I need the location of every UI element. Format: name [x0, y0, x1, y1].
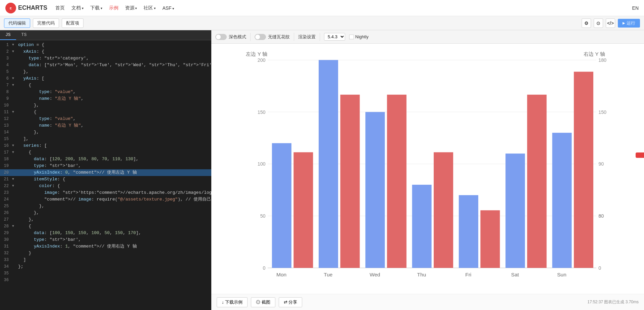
nav-examples[interactable]: 示例: [109, 4, 118, 12]
nav-resources[interactable]: 资源: [125, 4, 137, 12]
line-arrow[interactable]: ▼: [12, 142, 17, 149]
code-icon-btn[interactable]: </>: [606, 18, 615, 28]
code-tab-ts[interactable]: TS: [16, 30, 32, 40]
code-line-31[interactable]: 31 yAxisIndex: 1, "comment">// 使用右边 Y 轴: [0, 243, 211, 250]
line-arrow[interactable]: ▼: [12, 223, 17, 230]
screenshot-btn[interactable]: ◎ 截图: [251, 297, 275, 307]
code-line-27[interactable]: 27 },: [0, 216, 211, 223]
nav-home[interactable]: 首页: [55, 4, 65, 12]
code-line-20[interactable]: 20 yAxisIndex: 0, "comment">// 使用左边 Y 轴: [0, 169, 211, 176]
code-line-16[interactable]: 16▼ series: [: [0, 142, 211, 149]
code-line-25[interactable]: 25 },: [0, 203, 211, 210]
code-line-10[interactable]: 10 },: [0, 102, 211, 109]
line-arrow[interactable]: [12, 203, 17, 210]
code-area[interactable]: 1▼option = {2▼ xAxis: {3 type: "str">'ca…: [0, 40, 211, 285]
code-line-35[interactable]: 35: [0, 270, 211, 277]
line-arrow[interactable]: [12, 102, 17, 109]
line-arrow[interactable]: ▼: [12, 183, 17, 189]
line-arrow[interactable]: [12, 169, 17, 176]
code-line-4[interactable]: 4 data: ["str">'Mon', "str">'Tue', "str"…: [0, 62, 211, 69]
line-arrow[interactable]: [12, 277, 17, 283]
code-line-24[interactable]: 24 "comment">// image: require("@/assets…: [0, 196, 211, 203]
code-line-32[interactable]: 32 }: [0, 250, 211, 257]
nav-docs[interactable]: 文档: [71, 4, 84, 12]
line-arrow[interactable]: [12, 250, 17, 257]
nav-lang[interactable]: EN: [632, 5, 639, 11]
code-line-13[interactable]: 13 name: "右边 Y 轴",: [0, 122, 211, 129]
code-line-1[interactable]: 1▼option = {: [0, 42, 211, 48]
line-arrow[interactable]: [12, 69, 17, 75]
line-arrow[interactable]: [12, 270, 17, 277]
code-line-7[interactable]: 7▼ {: [0, 82, 211, 89]
logo[interactable]: E ECHARTS: [5, 3, 47, 13]
line-arrow[interactable]: [12, 216, 17, 223]
line-arrow[interactable]: [12, 89, 17, 95]
line-arrow[interactable]: [12, 136, 17, 142]
line-arrow[interactable]: ▼: [12, 109, 17, 116]
code-line-30[interactable]: 30 type: "str">'bar',: [0, 236, 211, 243]
code-line-15[interactable]: 15 ],: [0, 136, 211, 142]
code-line-12[interactable]: 12 type: "value",: [0, 116, 211, 122]
line-arrow[interactable]: [12, 196, 17, 203]
code-line-22[interactable]: 22▼ color: {: [0, 183, 211, 189]
code-line-18[interactable]: 18 data: [120, 200, 150, 80, 70, 110, 13…: [0, 156, 211, 163]
line-arrow[interactable]: [12, 230, 17, 236]
code-line-14[interactable]: 14 },: [0, 129, 211, 136]
line-arrow[interactable]: [12, 129, 17, 136]
download-example-btn[interactable]: ↓ 下载示例: [217, 297, 248, 307]
nav-community[interactable]: 社区: [144, 4, 156, 12]
settings-icon-btn[interactable]: ⚙: [582, 18, 591, 28]
line-arrow[interactable]: [12, 236, 17, 243]
code-line-26[interactable]: 26 },: [0, 210, 211, 216]
line-arrow[interactable]: [12, 163, 17, 169]
line-arrow[interactable]: [12, 156, 17, 163]
code-line-34[interactable]: 34 };: [0, 263, 211, 270]
line-arrow[interactable]: [12, 122, 17, 129]
line-arrow[interactable]: [12, 243, 17, 250]
line-arrow[interactable]: ▼: [12, 48, 17, 55]
line-arrow[interactable]: [12, 189, 17, 196]
share-icon-btn[interactable]: ⊙: [594, 18, 603, 28]
code-line-9[interactable]: 9 name: "左边 Y 轴",: [0, 95, 211, 102]
code-line-5[interactable]: 5 },: [0, 69, 211, 75]
line-arrow[interactable]: ▼: [12, 42, 17, 48]
code-line-2[interactable]: 2▼ xAxis: {: [0, 48, 211, 55]
render-settings-label[interactable]: 渲染设置: [298, 34, 316, 40]
line-arrow[interactable]: [12, 210, 17, 216]
line-arrow[interactable]: [12, 62, 17, 69]
code-line-3[interactable]: 3 type: "str">'category',: [0, 55, 211, 62]
code-line-11[interactable]: 11▼ {: [0, 109, 211, 116]
tab-full-code[interactable]: 完整代码: [33, 18, 59, 28]
line-arrow[interactable]: [12, 95, 17, 102]
nav-asf[interactable]: ASF: [162, 4, 174, 12]
code-line-28[interactable]: 28▼ {: [0, 223, 211, 230]
code-line-21[interactable]: 21▼ itemStyle: {: [0, 176, 211, 183]
line-arrow[interactable]: [12, 116, 17, 122]
nightly-checkbox[interactable]: [349, 35, 354, 39]
code-line-33[interactable]: 33 ]: [0, 257, 211, 263]
tab-config[interactable]: 配置项: [62, 18, 84, 28]
code-line-19[interactable]: 19 type: "str">'bar',: [0, 163, 211, 169]
code-line-23[interactable]: 23 image: "str">'https:"comment">//echar…: [0, 189, 211, 196]
code-line-6[interactable]: 6▼ yAxis: [: [0, 75, 211, 82]
version-select[interactable]: 5.4.3 5.4.2 5.3.0: [324, 33, 345, 41]
share-btn[interactable]: ⇄ 分享: [279, 297, 303, 307]
line-arrow[interactable]: [12, 263, 17, 270]
nav-download[interactable]: 下载: [90, 4, 102, 12]
feedback-button[interactable]: 反馈: [636, 152, 644, 158]
code-tab-js[interactable]: JS: [0, 30, 16, 40]
line-arrow[interactable]: [12, 257, 17, 263]
code-line-8[interactable]: 8 type: "value",: [0, 89, 211, 95]
no-texture-toggle[interactable]: [255, 34, 266, 40]
line-arrow[interactable]: ▼: [12, 149, 17, 156]
code-line-36[interactable]: 36: [0, 277, 211, 283]
run-button[interactable]: 运行: [618, 19, 640, 28]
code-line-29[interactable]: 29 data: [100, 150, 150, 100, 50, 150, 1…: [0, 230, 211, 236]
dark-mode-toggle[interactable]: [215, 34, 227, 40]
line-arrow[interactable]: ▼: [12, 82, 17, 89]
line-arrow[interactable]: [12, 55, 17, 62]
tab-code-edit[interactable]: 代码编辑: [4, 18, 30, 28]
code-line-17[interactable]: 17▼ {: [0, 149, 211, 156]
line-arrow[interactable]: ▼: [12, 75, 17, 82]
line-arrow[interactable]: ▼: [12, 176, 17, 183]
